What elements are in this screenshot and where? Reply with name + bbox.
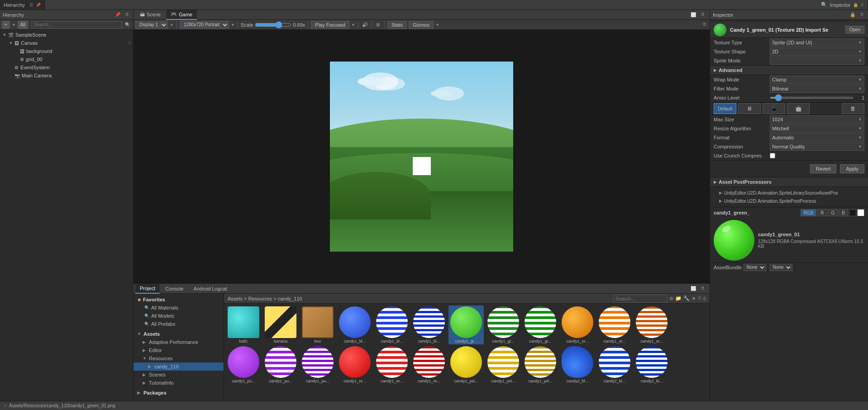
adaptive-perf-item[interactable]: ▶ Adaptive Performance xyxy=(134,338,224,346)
format-dropdown[interactable]: Automatic ▼ xyxy=(770,133,864,142)
insp-lock-btn[interactable]: 🔒 xyxy=(849,11,856,19)
packages-header[interactable]: ▶ Packages xyxy=(134,389,224,397)
hierarchy-search-input[interactable] xyxy=(32,21,122,29)
asset-bundle-select2[interactable]: None xyxy=(770,264,792,271)
texture-type-dropdown[interactable]: Sprite (2D and UI) ▼ xyxy=(770,38,864,47)
asset-candy1-re3[interactable]: candy1_re... xyxy=(411,345,447,384)
channel-rgb-btn[interactable]: RGB xyxy=(801,209,817,216)
scene-root-item[interactable]: ▼ 🎬 SampleScene xyxy=(0,31,133,39)
hierarchy-pin-btn[interactable]: 📌 xyxy=(114,11,121,19)
asset-candy1-pu3[interactable]: candy1_pu... xyxy=(300,345,335,384)
audio-icon[interactable]: 🔊 xyxy=(361,21,368,29)
tutorialinfo-item[interactable]: ▶ TutorialInfo xyxy=(134,379,224,387)
maincamera-item[interactable]: ▶ 📷 Main Camera xyxy=(0,72,133,80)
postproc-item-2[interactable]: ▶ UnityEditor.U2D.Animation.SpritePostPr… xyxy=(714,197,864,205)
platform-default-btn[interactable]: Default xyxy=(714,103,736,114)
postproc-item-1[interactable]: ▶ UnityEditor.U2D.Animation.SpriteLibrar… xyxy=(714,189,864,197)
project-search-input[interactable] xyxy=(613,295,668,303)
asset-candy1-re1[interactable]: candy1_re... xyxy=(337,345,372,384)
play-focused-btn[interactable]: Play Focused xyxy=(311,21,349,29)
asset-candy1-or1[interactable]: candy1_or... xyxy=(560,305,595,344)
compression-dropdown[interactable]: Normal Quality ▼ xyxy=(770,143,864,151)
display-select[interactable]: Display 1 xyxy=(135,21,168,29)
stats-btn[interactable]: Stats xyxy=(387,21,407,29)
channel-r-btn[interactable]: R xyxy=(817,209,827,216)
toolbar-more-icon[interactable]: ⠿ xyxy=(701,21,708,29)
apply-btn[interactable]: Apply xyxy=(840,164,864,173)
asset-banana[interactable]: banana xyxy=(263,305,298,344)
hierarchy-all-btn[interactable]: All xyxy=(18,21,28,29)
asset-candy1-bl2[interactable]: candy1_bl... xyxy=(374,305,410,344)
platform-android-btn[interactable]: 🤖 xyxy=(787,103,810,114)
canvas-item[interactable]: ▼ 🖼 Canvas ⠿ xyxy=(0,39,133,47)
filter-icon[interactable]: 🔧 xyxy=(683,296,690,301)
asset-candy1-pu1[interactable]: candy1_pu... xyxy=(226,345,261,384)
all-prefabs-item[interactable]: 🔍 All Prefabs xyxy=(134,320,224,328)
wrap-mode-dropdown[interactable]: Clamp ▼ xyxy=(770,76,864,84)
asset-postproc-section[interactable]: ▶ Asset PostProcessors xyxy=(710,177,868,187)
tab-scene[interactable]: 🏔 Scene xyxy=(135,10,165,20)
aniso-level-slider[interactable] xyxy=(770,97,854,99)
tab-console[interactable]: Console xyxy=(161,284,188,294)
all-models-item[interactable]: 🔍 All Models xyxy=(134,312,224,320)
grid-item[interactable]: ▶ ⚙ grid_00 xyxy=(0,55,133,63)
bottom-more-icon[interactable]: ⠿ xyxy=(699,285,706,292)
hierarchy-more-btn[interactable]: ⠿ xyxy=(123,11,130,19)
filter-mode-dropdown[interactable]: Bilinear ▼ xyxy=(770,85,864,93)
asset-candy1-or3[interactable]: candy1_or... xyxy=(634,305,669,344)
gizmos-btn[interactable]: Gizmos xyxy=(409,21,434,29)
background-item[interactable]: ▶ 🖼 background xyxy=(0,47,133,55)
alpha-btn[interactable] xyxy=(849,209,856,216)
favorites-header[interactable]: ★ Favorites xyxy=(134,296,224,304)
resolution-select[interactable]: 1280x720 Portrait xyxy=(180,21,229,29)
channel-g-btn[interactable]: G xyxy=(828,209,838,216)
tab-inspector[interactable]: 🔍 Inspector 🔒 ⠿ xyxy=(817,0,868,10)
candy110-item[interactable]: ▶ candy_110 xyxy=(134,362,224,371)
scenes-item[interactable]: ▶ Scenes xyxy=(134,371,224,379)
asset-candy2-bl1[interactable]: candy2_bl... xyxy=(560,345,595,384)
asset-candy1-yel3[interactable]: candy1_yel... xyxy=(523,345,558,384)
tab-game[interactable]: 🎮 Game xyxy=(166,10,197,20)
advanced-section[interactable]: ▶ Advanced xyxy=(710,65,868,75)
scene-more-icon[interactable]: ⠿ xyxy=(699,11,706,19)
bottom-maximize-icon[interactable]: ⬜ xyxy=(690,285,697,292)
hierarchy-add-btn[interactable]: + xyxy=(2,21,10,29)
asset-candy1-gr3[interactable]: candy1_gr... xyxy=(523,305,558,344)
all-materials-item[interactable]: 🔍 All Materials xyxy=(134,304,224,312)
resize-algo-dropdown[interactable]: Mitchell ▼ xyxy=(770,124,864,133)
hierarchy-search-icon[interactable]: 🔍 xyxy=(124,21,131,29)
asset-ball1[interactable]: ball1 xyxy=(226,305,261,344)
platform-tablet-btn[interactable]: 📱 xyxy=(763,103,785,114)
editor-item[interactable]: ▶ Editor xyxy=(134,346,224,354)
crunch-checkbox[interactable] xyxy=(770,153,775,158)
insp-open-btn[interactable]: Open xyxy=(845,26,864,33)
tab-android-logcat[interactable]: Android Logcat xyxy=(189,284,232,294)
eventsystem-item[interactable]: ▶ ⚙ EventSystem xyxy=(0,63,133,72)
asset-candy1-re2[interactable]: candy1_re... xyxy=(374,345,410,384)
scale-slider[interactable] xyxy=(255,21,291,29)
more-icon[interactable]: ⠿ xyxy=(698,296,701,301)
assets-header[interactable]: ▼ Assets xyxy=(134,330,224,338)
asset-candy2-bl2[interactable]: candy2_bl... xyxy=(597,345,632,384)
max-size-dropdown[interactable]: 1024 ▼ xyxy=(770,115,864,124)
platform-trash-btn[interactable]: 🗑 xyxy=(842,103,864,114)
asset-candy1-gr2[interactable]: candy1_gr... xyxy=(486,305,521,344)
star-filter-icon[interactable]: ★ xyxy=(692,296,696,301)
tab-project[interactable]: Project xyxy=(135,284,160,294)
tab-hierarchy[interactable]: Hierarchy ☰ 📌 xyxy=(0,0,45,10)
bg-white-btn[interactable] xyxy=(857,209,864,216)
texture-shape-dropdown[interactable]: 2D ▼ xyxy=(770,48,864,56)
asset-box[interactable]: box xyxy=(300,305,335,344)
asset-candy1-bl3[interactable]: candy1_bl... xyxy=(411,305,447,344)
resources-item[interactable]: ▼ Resources xyxy=(134,354,224,362)
revert-btn[interactable]: Revert xyxy=(810,164,836,173)
channel-b-btn[interactable]: B xyxy=(839,209,848,216)
asset-candy1-gr1[interactable]: candy1_gr... xyxy=(448,305,484,344)
asset-candy1-yel2[interactable]: candy1_yel... xyxy=(486,345,521,384)
asset-candy1-pu2[interactable]: candy1_pu... xyxy=(263,345,298,384)
asset-candy1-or2[interactable]: candy1_or... xyxy=(597,305,632,344)
asset-candy1-yel1[interactable]: candy1_yel... xyxy=(448,345,484,384)
insp-more-btn[interactable]: ⠿ xyxy=(858,11,865,19)
layout-icon[interactable]: ⊞ xyxy=(374,21,382,29)
asset-candy1-bl1[interactable]: candy1_bl... xyxy=(337,305,372,344)
